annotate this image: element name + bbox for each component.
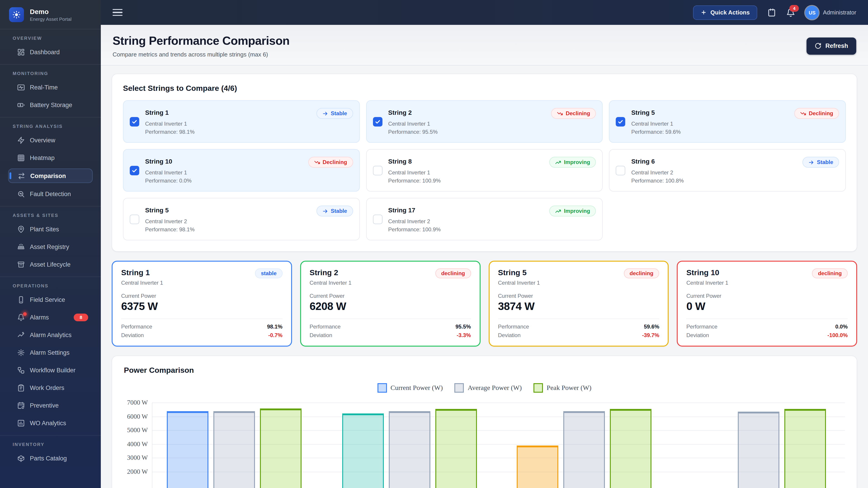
string-select-card[interactable]: String 5 Declining Central Inverter 1 Pe… [609,100,846,143]
trend-badge: Improving [550,205,596,217]
legend-swatch [533,383,543,393]
string-select-card[interactable]: String 8 Improving Central Inverter 1 Pe… [366,149,602,192]
arrow-right-icon [322,208,328,214]
summary-cards-row: String 1 stable Central Inverter 1 Curre… [112,261,857,347]
summary-string-name: String 2 [310,268,338,278]
current-power-label: Current Power [121,293,283,299]
sidebar-item-preventive[interactable]: Preventive [8,398,93,412]
sidebar-section-monitoring: MONITORING [13,71,94,76]
checkbox[interactable] [616,117,625,126]
sidebar-item-alarms[interactable]: Alarms 8 [8,311,93,324]
sidebar-item-plant-sites[interactable]: Plant Sites [8,222,93,236]
chart-bar [389,411,430,488]
arrow-right-icon [808,159,814,165]
trend-sparkle-icon [17,331,25,339]
legend-item-average-power[interactable]: Average Power (W) [455,383,522,393]
sidebar-item-wo-analytics[interactable]: WO Analytics [8,416,93,430]
clipboard-icon [17,384,25,392]
sidebar-item-heatmap[interactable]: Heatmap [8,151,93,164]
current-power-value: 6208 W [310,300,471,313]
notifications-bell-icon[interactable]: 4 [786,8,796,17]
solar-panel-icon [17,243,25,251]
sidebar-item-asset-lifecycle[interactable]: Asset Lifecycle [8,258,93,271]
user-menu[interactable]: US Administrator [805,6,856,19]
checkbox[interactable] [130,166,139,175]
quick-actions-button[interactable]: Quick Actions [693,5,757,20]
y-axis-tick-label: 2000 W [125,468,148,475]
string-select-card[interactable]: String 6 Stable Central Inverter 2 Perfo… [609,149,846,192]
string-inverter: Central Inverter 2 [388,218,596,225]
battery-charging-icon [17,101,25,109]
divider [121,319,283,319]
checkbox[interactable] [373,215,382,224]
user-role-label: Administrator [823,9,856,15]
legend-item-current-power[interactable]: Current Power (W) [377,383,443,393]
current-power-label: Current Power [310,293,471,299]
trend-badge: Declining [794,108,839,119]
summary-string-name: String 5 [498,268,527,278]
checkbox[interactable] [130,215,139,224]
sidebar-item-alarm-analytics[interactable]: Alarm Analytics [8,328,93,341]
string-name: String 5 [631,108,655,116]
string-select-card[interactable]: String 2 Declining Central Inverter 1 Pe… [366,100,602,143]
string-inverter: Central Inverter 1 [388,121,596,127]
summary-card: String 2 declining Central Inverter 1 Cu… [300,261,480,347]
sidebar-item-field-service[interactable]: Field Service [8,293,93,306]
sidebar-section-operations: OPERATIONS [13,283,94,288]
sidebar-item-asset-registry[interactable]: Asset Registry [8,240,93,254]
sidebar-item-workflow-builder[interactable]: Workflow Builder [8,363,93,377]
summary-card: String 1 stable Central Inverter 1 Curre… [112,261,292,347]
checkbox[interactable] [373,117,382,126]
y-axis-tick-label: 5000 W [125,426,148,434]
calendar-icon[interactable] [767,8,776,17]
trending-up-icon [555,208,561,214]
summary-inverter: Central Inverter 1 [121,280,283,286]
y-axis-tick-label: 4000 W [125,440,148,448]
refresh-button[interactable]: Refresh [806,37,856,55]
sidebar-item-comparison[interactable]: Comparison [8,168,93,183]
trending-down-icon [314,159,320,165]
string-select-card[interactable]: String 5 Stable Central Inverter 2 Perfo… [123,198,360,240]
menu-icon[interactable] [113,9,123,16]
performance-value: 98.1% [267,324,282,330]
trend-badge: Stable [316,205,353,217]
status-badge: declining [435,268,471,278]
sidebar-item-fault-detection[interactable]: Fault Detection [8,187,93,201]
sidebar-item-alarm-settings[interactable]: Alarm Settings [8,346,93,359]
string-name: String 1 [145,108,168,116]
legend-item-peak-power[interactable]: Peak Power (W) [533,383,591,393]
sidebar-item-overview[interactable]: Overview [8,133,93,147]
string-select-card[interactable]: String 1 Stable Central Inverter 1 Perfo… [123,100,360,143]
sidebar-section-assets-sites: ASSETS & SITES [13,213,94,218]
checkbox[interactable] [130,117,139,126]
sidebar-item-work-orders[interactable]: Work Orders [8,381,93,394]
sidebar-item-battery-storage[interactable]: Battery Storage [8,98,93,111]
deviation-label: Deviation [121,332,144,338]
checkbox[interactable] [373,166,382,175]
arrow-right-icon [322,110,328,116]
checkbox[interactable] [616,166,625,175]
sidebar-item-real-time[interactable]: Real-Time [8,80,93,94]
summary-inverter: Central Inverter 1 [686,280,848,286]
grid-icon [17,154,25,162]
sidebar-item-dashboard[interactable]: Dashboard [8,45,93,59]
sidebar-item-parts-catalog[interactable]: Parts Catalog [8,451,93,465]
legend-swatch [377,383,387,393]
string-selection-grid: String 1 Stable Central Inverter 1 Perfo… [123,100,846,240]
summary-inverter: Central Inverter 1 [310,280,471,286]
brand-subtitle: Energy Asset Portal [30,16,71,22]
string-select-card[interactable]: String 17 Improving Central Inverter 2 P… [366,198,602,240]
gridline [152,402,845,403]
string-select-card[interactable]: String 10 Declining Central Inverter 1 P… [123,149,360,192]
performance-value: 95.5% [456,324,471,330]
compare-arrows-icon [18,172,25,180]
sidebar-section-string-analysis: STRING ANALYSIS [13,124,94,129]
smartphone-icon [17,296,25,303]
current-power-value: 3874 W [498,300,659,313]
string-name: String 6 [631,157,655,165]
page-header: String Performance Comparison Compare me… [101,25,868,66]
performance-value: 0.0% [835,324,848,330]
trend-badge: Stable [802,157,839,168]
deviation-label: Deviation [686,332,709,338]
package-icon [17,454,25,462]
